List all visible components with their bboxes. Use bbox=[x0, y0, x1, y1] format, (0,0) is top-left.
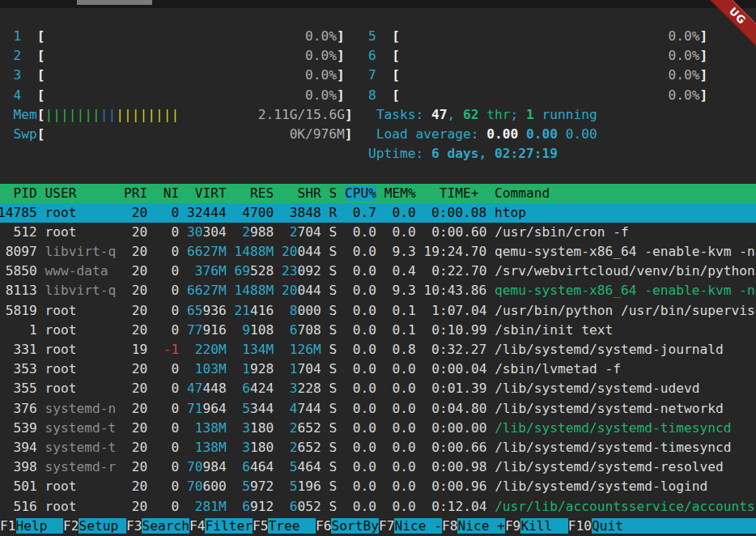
cell-pid: 516 bbox=[0, 499, 37, 514]
cell-ni: 0 bbox=[155, 283, 179, 298]
memsize-low-digits: 000 bbox=[297, 303, 321, 318]
cell-state: R bbox=[329, 205, 337, 220]
process-row-5850[interactable]: 5850 www-data 20 0 376M 69528 23092 S 0.… bbox=[0, 262, 756, 281]
cell-command: /lib/systemd/systemd-logind bbox=[495, 479, 707, 494]
memsize-value: 1488M bbox=[234, 244, 274, 259]
process-row-398[interactable]: 398 systemd-r 20 0 70984 6464 5464 S 0.0… bbox=[0, 457, 756, 477]
cell-time: 0:00.98 bbox=[423, 459, 486, 474]
process-row-376[interactable]: 376 systemd-n 20 0 71964 5344 4744 S 0.0… bbox=[0, 399, 756, 419]
column-header-mem[interactable]: MEM% bbox=[384, 185, 416, 201]
fkey-f6[interactable]: F6SortBy bbox=[316, 518, 379, 534]
memsize-high-digits: 6 bbox=[290, 322, 298, 338]
process-row-501[interactable]: 501 root 20 0 70600 5972 5196 S 0.0 0.0 … bbox=[0, 477, 756, 496]
column-header-user[interactable]: USER bbox=[45, 185, 116, 201]
column-header-virt[interactable]: VIRT bbox=[187, 185, 227, 201]
memsize-low-digits: 464 bbox=[250, 459, 274, 474]
fkey-f1[interactable]: F1Help bbox=[0, 518, 63, 534]
fkey-f10[interactable]: F10Quit bbox=[568, 518, 756, 534]
swap-meter: Swp[ 0K/976M] bbox=[0, 126, 353, 142]
memsize-low-digits: 304 bbox=[202, 224, 226, 240]
memsize-low-digits: 600 bbox=[202, 479, 226, 494]
process-row-5819[interactable]: 5819 root 20 0 65936 21416 8000 S 0.0 0.… bbox=[0, 301, 756, 321]
fkey-f3[interactable]: F3Search bbox=[126, 518, 189, 534]
cell-virt: 32444 bbox=[187, 205, 227, 220]
process-row-355[interactable]: 355 root 20 0 47448 6424 3228 S 0.0 0.0 … bbox=[0, 379, 756, 398]
cell-ni: 0 bbox=[155, 401, 179, 416]
column-header-pri[interactable]: PRI bbox=[124, 185, 147, 201]
memsize-low-digits: 528 bbox=[250, 263, 274, 279]
cell-command: /lib/systemd/systemd-resolved bbox=[495, 459, 724, 474]
cell-virt: 71964 bbox=[187, 401, 227, 416]
column-header-time[interactable]: TIME+ bbox=[423, 185, 486, 201]
process-row-394[interactable]: 394 systemd-t 20 0 138M 3180 2652 S 0.0 … bbox=[0, 438, 756, 457]
meter-open-bracket: [ bbox=[37, 107, 45, 122]
meter-close-bracket: ] bbox=[699, 48, 707, 63]
cell-command: /lib/systemd/systemd-journald bbox=[495, 342, 724, 357]
cell-time: 0:00.00 bbox=[423, 420, 486, 436]
fkey-f9[interactable]: F9Kill bbox=[505, 518, 568, 534]
cell-time: 10:43.86 bbox=[423, 283, 486, 298]
cell-command: htop bbox=[495, 205, 526, 220]
process-row-8097[interactable]: 8097 libvirt-q 20 0 6627M 1488M 20044 S … bbox=[0, 242, 756, 262]
meter-open-bracket: [ bbox=[37, 87, 45, 103]
cell-command: /lib/systemd/systemd-timesyncd bbox=[495, 440, 731, 455]
cell-virt: 70600 bbox=[187, 479, 227, 494]
cell-cpu: 0.0 bbox=[345, 401, 376, 416]
cpu-label: 8 bbox=[368, 87, 376, 103]
mem-label: Mem bbox=[14, 107, 37, 122]
process-row-512[interactable]: 512 root 20 0 30304 2988 2704 S 0.0 0.0 … bbox=[0, 223, 756, 242]
cell-pri: 19 bbox=[124, 342, 147, 357]
process-row-8113[interactable]: 8113 libvirt-q 20 0 6627M 1488M 20044 S … bbox=[0, 281, 756, 300]
process-row-1[interactable]: 1 root 20 0 77916 9108 6708 S 0.0 0.1 0:… bbox=[0, 321, 756, 340]
cell-cpu: 0.0 bbox=[345, 244, 376, 259]
cell-shr: 6708 bbox=[282, 322, 321, 338]
memsize-low-digits: 044 bbox=[297, 283, 321, 298]
cell-shr: 3228 bbox=[282, 381, 321, 396]
cell-shr: 23092 bbox=[282, 263, 321, 279]
cell-virt: 220M bbox=[187, 342, 227, 357]
fkey-f4[interactable]: F4Filter bbox=[189, 518, 253, 534]
window-top-strip bbox=[0, 0, 756, 8]
process-row-539[interactable]: 539 systemd-t 20 0 138M 3180 2652 S 0.0 … bbox=[0, 419, 756, 438]
column-header-shr[interactable]: SHR bbox=[282, 185, 321, 201]
cell-res: 1488M bbox=[234, 283, 274, 298]
cpu-percent-value: 0.0% bbox=[668, 87, 699, 103]
column-header-command[interactable]: Command bbox=[495, 185, 550, 201]
memsize-value: 134M bbox=[242, 342, 274, 357]
process-row-331[interactable]: 331 root 19 -1 220M 134M 126M S 0.0 0.8 … bbox=[0, 340, 756, 359]
column-header-cpu-sort[interactable]: CPU% bbox=[345, 185, 376, 201]
cpu-label: 2 bbox=[14, 48, 22, 63]
fkey-f5[interactable]: F5Tree bbox=[253, 518, 316, 534]
memsize-low-digits: 180 bbox=[250, 440, 274, 455]
cell-mem: 0.1 bbox=[384, 322, 416, 338]
cpu-label: 6 bbox=[368, 48, 376, 63]
cell-state: S bbox=[329, 303, 337, 318]
memsize-low-digits: 108 bbox=[250, 322, 274, 338]
column-header-s[interactable]: S bbox=[329, 185, 337, 201]
meter-open-bracket: [ bbox=[37, 28, 45, 44]
process-row-516[interactable]: 516 root 20 0 281M 6912 6052 S 0.0 0.0 0… bbox=[0, 497, 756, 517]
process-row-353[interactable]: 353 root 20 0 103M 1928 1704 S 0.0 0.0 0… bbox=[0, 359, 756, 379]
cell-mem: 0.0 bbox=[384, 440, 416, 455]
cell-pri: 20 bbox=[124, 440, 147, 455]
tasks-separator: ; bbox=[511, 107, 527, 122]
cpu-meter-row-1: 1 [ 0.0%] 5 [ 0.0%] bbox=[0, 27, 756, 46]
cell-mem: 9.3 bbox=[384, 244, 416, 259]
column-header-pid[interactable]: PID bbox=[0, 185, 37, 201]
swap-load-row: Swp[ 0K/976M] Load average: 0.00 0.00 0.… bbox=[0, 125, 756, 144]
cell-pid: 5819 bbox=[0, 303, 37, 318]
fkey-f2[interactable]: F2Setup bbox=[63, 518, 126, 534]
cell-virt: 103M bbox=[187, 361, 227, 376]
column-header-ni[interactable]: NI bbox=[155, 185, 179, 201]
cell-cpu: 0.0 bbox=[345, 224, 376, 240]
window-tab[interactable] bbox=[77, 0, 152, 5]
cell-ni: 0 bbox=[155, 205, 179, 220]
memsize-value: 103M bbox=[195, 361, 227, 376]
cell-user: www-data bbox=[45, 263, 116, 279]
fkey-f7[interactable]: F7Nice - bbox=[379, 518, 442, 534]
process-row-14785[interactable]: 14785 root 20 0 32444 4700 3848 R 0.7 0.… bbox=[0, 203, 756, 223]
fkey-key-label: F3 bbox=[126, 518, 142, 534]
column-header-res[interactable]: RES bbox=[234, 185, 274, 201]
memsize-value: 6627M bbox=[187, 283, 227, 298]
fkey-f8[interactable]: F8Nice + bbox=[442, 518, 505, 534]
